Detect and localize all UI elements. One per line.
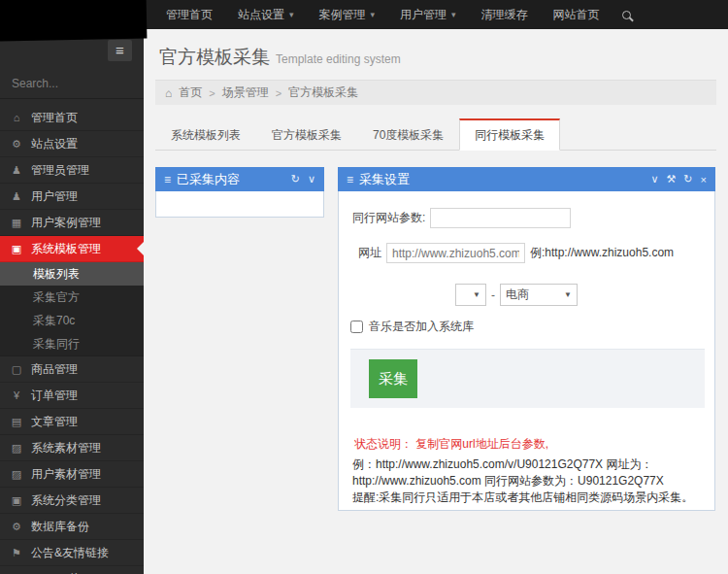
user-icon: ♟ [10, 190, 23, 203]
sidebar-item-user-material-management[interactable]: ▨用户素材管理 [0, 461, 144, 488]
collected-content-panel: ≡ 已采集内容 ↻ ∨ [155, 167, 324, 218]
select-separator: - [491, 288, 495, 302]
breadcrumb: ⌂ 首页 > 场景管理 > 官方模板采集 [155, 80, 716, 105]
topbar-item-user-management[interactable]: 用户管理▾ [387, 0, 469, 29]
scene-select[interactable]: ▼ [455, 284, 486, 306]
select-caret-icon: ▼ [473, 290, 480, 299]
gears-icon: ⚙ [10, 521, 23, 533]
refresh-icon[interactable]: ↻ [291, 173, 300, 186]
sidebar-submenu: 模板列表 采集官方 采集70c 采集同行 [0, 262, 144, 356]
sidebar-item-order-management[interactable]: ¥订单管理 [0, 383, 144, 409]
sidebar-search-input[interactable] [12, 77, 144, 90]
category-select-value: 电商 [506, 287, 529, 303]
close-icon[interactable]: × [701, 174, 707, 186]
topbar-item-site-settings[interactable]: 站点设置▾ [225, 0, 307, 29]
select-caret-icon: ▼ [564, 290, 572, 299]
breadcrumb-separator: > [209, 87, 215, 99]
category-row: ▼ - 电商▼ [455, 284, 578, 306]
sidebar-item-administrator-management[interactable]: ♟管理员管理 [0, 157, 144, 184]
chevron-down-icon: ▾ [289, 10, 294, 19]
url-row: 网址 例:http://www.zhizuoh5.com [358, 243, 674, 263]
breadcrumb-home[interactable]: 首页 [179, 84, 202, 101]
menu-icon: ≡ [347, 173, 353, 186]
square-icon: ▢ [10, 363, 23, 376]
home-icon: ⌂ [165, 86, 172, 100]
sidebar-item-goods-management[interactable]: ▢商品管理 [0, 356, 144, 383]
sidebar-item-announcement-links[interactable]: ⚑公告&友情链接 [0, 540, 144, 566]
menu-icon: ≡ [164, 173, 171, 186]
wrench-icon[interactable]: ⚒ [666, 173, 676, 186]
sidebar-item-logo-image-management[interactable]: ⚑Logo图片管理 [0, 566, 144, 574]
topbar-item-website-home[interactable]: 网站首页 [541, 0, 612, 29]
sidebar-item-admin-home[interactable]: ⌂管理首页 [0, 105, 144, 131]
collected-panel-body [156, 190, 323, 217]
bookmark-icon: ⚑ [10, 547, 23, 559]
settings-panel-title: 采集设置 [359, 171, 410, 188]
submenu-item-collect-70c[interactable]: 采集70c [0, 309, 144, 332]
logo [0, 0, 147, 42]
tab-system-template-list[interactable]: 系统模板列表 [155, 119, 256, 151]
chevron-down-icon[interactable]: ∨ [650, 173, 658, 186]
sidebar: ≡ ⌂管理首页 ⚙站点设置 ♟管理员管理 ♟用户管理 ▦用户案例管理 ▣系统模板… [0, 29, 144, 574]
topbar-item-case-management[interactable]: 案例管理▾ [307, 0, 388, 29]
topbar-item-admin-home[interactable]: 管理首页 [153, 0, 225, 29]
gears-icon: ⚙ [10, 138, 23, 151]
url-input[interactable] [386, 243, 525, 263]
settings-panel-header: ≡ 采集设置 ∨ ⚒ ↻ × [338, 167, 715, 191]
home-icon: ⌂ [10, 112, 23, 123]
table-icon: ▦ [10, 217, 23, 229]
tab-bar: 系统模板列表 官方模板采集 70度模板采集 同行模板采集 [155, 118, 716, 151]
sidebar-item-site-settings[interactable]: ⚙站点设置 [0, 131, 144, 157]
reminder-text: 提醒:采集同行只适用于本店或者其他店铺相同类源码场景内采集。 [352, 490, 707, 506]
collected-panel-title: 已采集内容 [177, 171, 240, 188]
collect-settings-panel: ≡ 采集设置 ∨ ⚒ ↻ × 同行网站参数: 网址 例:http://www.z… [338, 167, 715, 511]
sidebar-menu: ⌂管理首页 ⚙站点设置 ♟管理员管理 ♟用户管理 ▦用户案例管理 ▣系统模板管理… [0, 105, 144, 574]
submenu-item-collect-official[interactable]: 采集官方 [0, 286, 144, 309]
sidebar-item-system-category-management[interactable]: ▣系统分类管理 [0, 488, 144, 514]
submenu-item-collect-peer[interactable]: 采集同行 [0, 332, 144, 355]
example-text: 例：http://www.zhizuoh5.com/v/U90121G2Q77X… [352, 456, 707, 490]
menu-icon: ≡ [116, 42, 124, 58]
breadcrumb-separator: > [276, 87, 281, 99]
collect-button[interactable]: 采集 [369, 359, 417, 398]
music-checkbox[interactable] [350, 321, 363, 333]
sidebar-item-user-management[interactable]: ♟用户管理 [0, 184, 144, 210]
peer-param-row: 同行网站参数: [352, 208, 571, 228]
tab-70-template-collect[interactable]: 70度模板采集 [357, 119, 459, 151]
url-label: 网址 [358, 245, 381, 261]
category-select[interactable]: 电商▼ [500, 284, 578, 306]
user-icon: ♟ [10, 164, 23, 177]
sidebar-item-article-management[interactable]: ▤文章管理 [0, 409, 144, 435]
page-subtitle: Template editing system [276, 52, 401, 66]
sidebar-collapse-button[interactable]: ≡ [108, 40, 132, 61]
chevron-down-icon: ▾ [371, 10, 376, 19]
file-icon: ▤ [10, 416, 23, 428]
sidebar-item-system-material-management[interactable]: ▨系统素材管理 [0, 435, 144, 461]
sidebar-item-database-backup[interactable]: ⚙数据库备份 [0, 514, 144, 540]
tab-official-template-collect[interactable]: 官方模板采集 [256, 119, 357, 151]
image-icon: ▨ [10, 442, 23, 455]
image-icon: ▨ [10, 468, 23, 481]
button-band: 采集 [350, 349, 705, 408]
url-example-text: 例:http://www.zhizuoh5.com [530, 245, 674, 261]
chevron-down-icon: ▾ [451, 10, 456, 19]
search-icon[interactable] [622, 11, 631, 19]
breadcrumb-current: 官方模板采集 [288, 84, 358, 101]
peer-param-label: 同行网站参数: [352, 210, 425, 226]
settings-panel-body: 同行网站参数: 网址 例:http://www.zhizuoh5.com ▼ -… [339, 190, 714, 510]
tab-peer-template-collect[interactable]: 同行模板采集 [459, 118, 560, 151]
note-block: 例：http://www.zhizuoh5.com/v/U90121G2Q77X… [352, 456, 707, 506]
submenu-item-template-list[interactable]: 模板列表 [0, 262, 144, 286]
main-content: 官方模板采集Template editing system ⌂ 首页 > 场景管… [144, 29, 728, 574]
music-row: 音乐是否加入系统库 [350, 319, 474, 335]
yen-icon: ¥ [10, 389, 23, 401]
page-head: 官方模板采集Template editing system [144, 29, 728, 70]
sidebar-item-system-template-management[interactable]: ▣系统模板管理 [0, 236, 144, 262]
sidebar-search [0, 68, 144, 99]
topbar-item-clear-cache[interactable]: 清理缓存 [469, 0, 541, 29]
sidebar-item-user-case-management[interactable]: ▦用户案例管理 [0, 210, 144, 236]
refresh-icon[interactable]: ↻ [683, 173, 692, 186]
chevron-down-icon[interactable]: ∨ [308, 173, 315, 186]
breadcrumb-scene-management[interactable]: 场景管理 [222, 84, 269, 101]
peer-param-input[interactable] [430, 208, 571, 228]
